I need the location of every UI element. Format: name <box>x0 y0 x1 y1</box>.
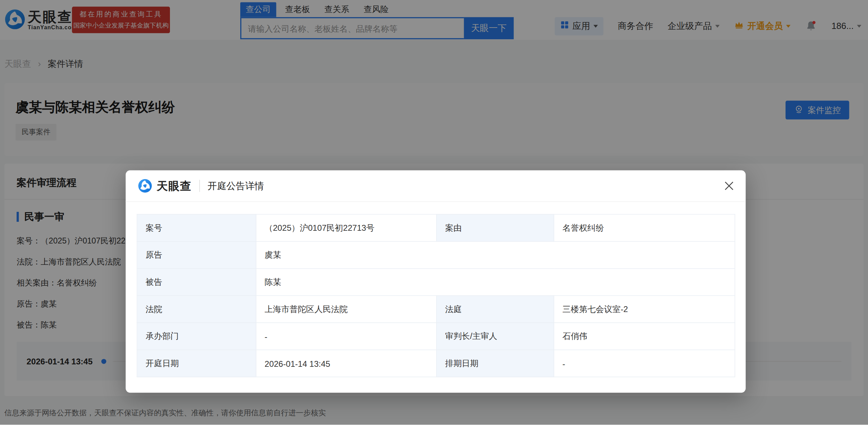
cell-value: - <box>554 350 735 377</box>
modal-title: 开庭公告详情 <box>208 179 264 192</box>
cell-label: 案号 <box>137 214 256 241</box>
cell-label: 审判长/主审人 <box>436 323 554 350</box>
cell-value: 2026-01-14 13:45 <box>256 350 437 377</box>
modal-logo-name: 天眼查 <box>157 178 191 193</box>
cell-value: - <box>256 323 437 350</box>
hearing-detail-modal: 天眼查 开庭公告详情 案号 （2025）沪0107民初22713号 案由 名誉权… <box>126 170 746 393</box>
cell-label: 原告 <box>137 241 256 269</box>
modal-header: 天眼查 开庭公告详情 <box>126 170 746 202</box>
page: 天眼查 TianYanCha.com 都在用的商业查询工具 国家中小企业发展子基… <box>0 0 868 425</box>
cell-label: 法庭 <box>436 296 554 323</box>
hearing-detail-table: 案号 （2025）沪0107民初22713号 案由 名誉权纠纷 原告 虞某 被告… <box>137 214 735 377</box>
table-row: 法院 上海市普陀区人民法院 法庭 三楼第七会议室-2 <box>137 296 735 323</box>
cell-value: 陈某 <box>256 269 735 296</box>
cell-value: 虞某 <box>256 241 735 269</box>
modal-body: 案号 （2025）沪0107民初22713号 案由 名誉权纠纷 原告 虞某 被告… <box>126 202 746 377</box>
cell-value: 名誉权纠纷 <box>554 214 735 241</box>
cell-value: 三楼第七会议室-2 <box>554 296 735 323</box>
tianyancha-logo-icon <box>138 179 152 193</box>
cell-label: 案由 <box>436 214 554 241</box>
cell-value: （2025）沪0107民初22713号 <box>256 214 437 241</box>
close-icon[interactable] <box>723 179 736 193</box>
table-row: 承办部门 - 审判长/主审人 石俏伟 <box>137 323 735 350</box>
table-row: 开庭日期 2026-01-14 13:45 排期日期 - <box>137 350 735 377</box>
table-row: 案号 （2025）沪0107民初22713号 案由 名誉权纠纷 <box>137 214 735 241</box>
cell-label: 排期日期 <box>436 350 554 377</box>
cell-label: 承办部门 <box>137 323 256 350</box>
table-row: 原告 虞某 <box>137 241 735 269</box>
modal-logo-divider <box>199 180 200 192</box>
table-row: 被告 陈某 <box>137 269 735 296</box>
cell-label: 法院 <box>137 296 256 323</box>
cell-value: 石俏伟 <box>554 323 735 350</box>
cell-label: 开庭日期 <box>137 350 256 377</box>
cell-value: 上海市普陀区人民法院 <box>256 296 437 323</box>
cell-label: 被告 <box>137 269 256 296</box>
